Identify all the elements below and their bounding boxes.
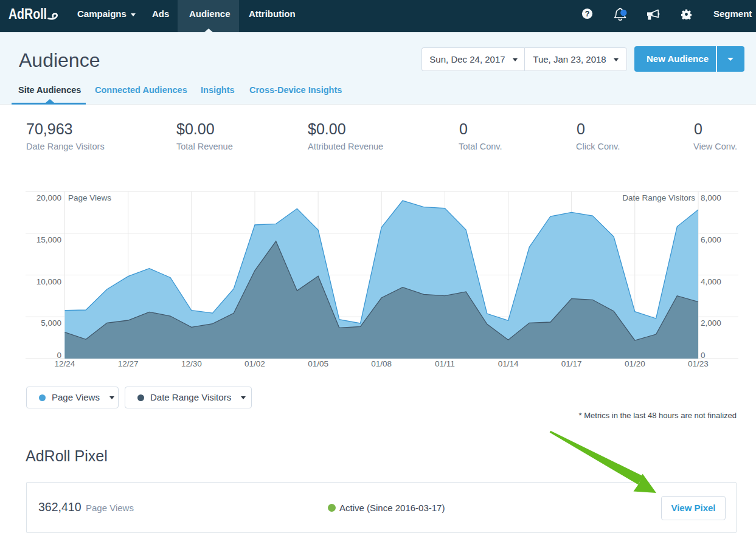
svg-text:4,000: 4,000 <box>701 277 721 286</box>
svg-text:01/23: 01/23 <box>688 359 709 368</box>
svg-text:12/30: 12/30 <box>181 359 202 368</box>
svg-text:10,000: 10,000 <box>36 277 61 286</box>
svg-text:AdRoll: AdRoll <box>9 5 47 22</box>
svg-text:Page Views: Page Views <box>68 193 111 202</box>
svg-text:15,000: 15,000 <box>36 235 61 244</box>
svg-text:12/24: 12/24 <box>55 359 75 368</box>
svg-text:01/17: 01/17 <box>561 359 582 368</box>
svg-text:6,000: 6,000 <box>701 235 721 244</box>
svg-text:01/02: 01/02 <box>244 359 265 368</box>
svg-text:2,000: 2,000 <box>701 318 721 328</box>
svg-text:01/05: 01/05 <box>308 359 328 368</box>
svg-text:?: ? <box>585 10 590 18</box>
svg-text:01/14: 01/14 <box>498 359 519 368</box>
svg-text:12/27: 12/27 <box>118 359 139 368</box>
svg-text:8,000: 8,000 <box>701 193 721 202</box>
svg-text:Date Range Visitors: Date Range Visitors <box>622 193 695 202</box>
svg-text:01/11: 01/11 <box>435 359 455 368</box>
svg-text:01/20: 01/20 <box>625 359 645 368</box>
svg-text:5,000: 5,000 <box>41 318 61 328</box>
svg-text:20,000: 20,000 <box>36 193 61 202</box>
svg-text:01/08: 01/08 <box>371 359 392 368</box>
